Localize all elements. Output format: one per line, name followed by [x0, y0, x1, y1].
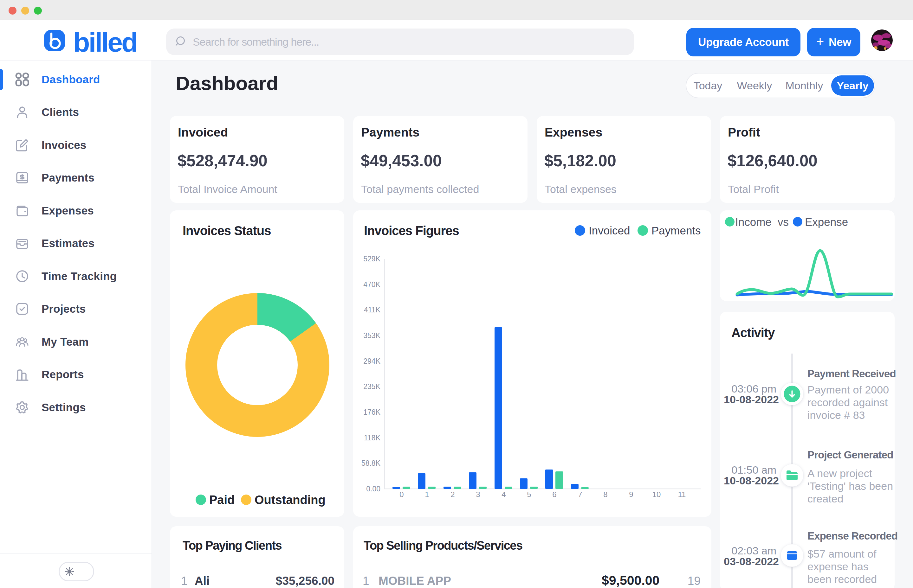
svg-text:529K: 529K	[363, 255, 380, 263]
svg-text:353K: 353K	[363, 331, 380, 339]
svg-text:6: 6	[552, 490, 556, 499]
svg-text:11: 11	[678, 490, 686, 499]
svg-text:294K: 294K	[363, 357, 380, 365]
svg-text:470K: 470K	[363, 280, 380, 289]
svg-text:1: 1	[425, 490, 429, 499]
svg-text:235K: 235K	[363, 382, 380, 391]
svg-text:0: 0	[400, 490, 403, 499]
svg-text:58.8K: 58.8K	[361, 459, 381, 467]
svg-text:9: 9	[629, 490, 633, 499]
svg-text:411K: 411K	[364, 306, 381, 314]
svg-text:3: 3	[476, 490, 480, 499]
svg-text:4: 4	[502, 490, 506, 499]
svg-text:2: 2	[450, 490, 455, 499]
svg-text:7: 7	[578, 490, 582, 499]
svg-text:176K: 176K	[363, 408, 380, 416]
svg-text:0.00: 0.00	[366, 485, 380, 493]
svg-text:8: 8	[603, 490, 607, 499]
svg-text:118K: 118K	[364, 434, 381, 442]
svg-text:5: 5	[527, 490, 531, 499]
svg-text:10: 10	[652, 490, 661, 499]
